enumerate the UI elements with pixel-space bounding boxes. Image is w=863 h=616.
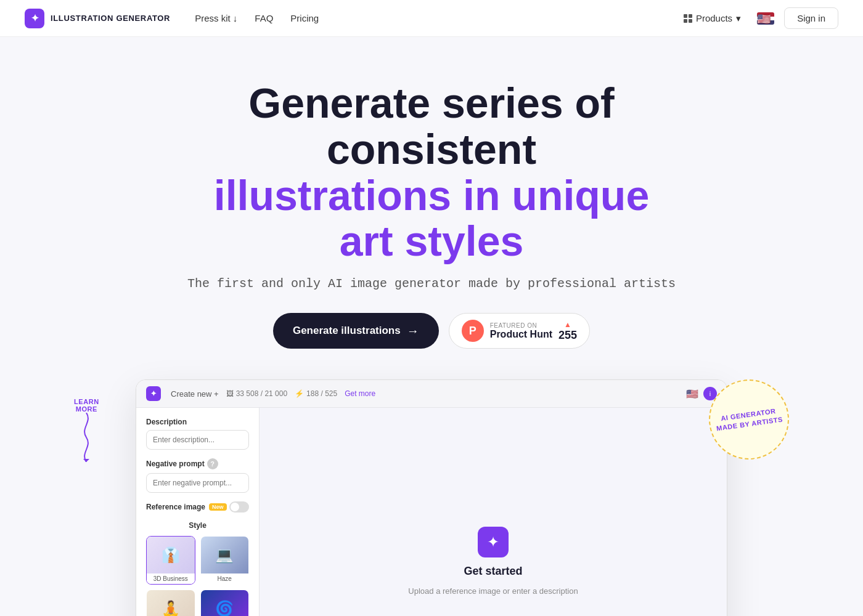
description-input[interactable] [146,430,249,450]
nav-right: Products ▾ 🇺🇸 Sign in [677,7,838,29]
app-body: Description Negative prompt ? Reference … [136,408,727,616]
description-label: Description [146,418,249,426]
app-logo-icon: ✦ [146,386,161,401]
spark-icon: ⚡ [295,389,304,398]
products-button[interactable]: Products ▾ [677,9,747,28]
hero-title: Generate series of consistent illustrati… [191,80,672,264]
style-3d-business-preview: 👔 [147,537,195,573]
nav-faq[interactable]: FAQ [255,13,273,23]
learn-more-text: LEARNMORE [74,398,99,413]
app-left-panel: Description Negative prompt ? Reference … [136,408,260,616]
learn-more-decoration: LEARNMORE [74,398,99,462]
logo-icon: ✦ [25,9,44,28]
app-topbar: ✦ Create new + 🖼 33 508 / 21 000 ⚡ 188 /… [136,380,727,408]
generate-illustrations-button[interactable]: Generate illustrations → [273,313,439,349]
product-hunt-badge[interactable]: P FEATURED ON Product Hunt ▲ 255 [449,313,590,349]
products-label: Products [696,13,732,23]
svg-marker-0 [83,459,89,462]
hero-section: Generate series of consistent illustrati… [0,37,863,616]
product-hunt-score: ▲ 255 [558,320,577,342]
chevron-down-icon: ▾ [736,13,741,24]
product-hunt-icon: P [462,320,484,342]
arrow-icon: → [407,324,419,338]
style-neon-preview: 🌀 [201,590,249,616]
app-stats-generations: ⚡ 188 / 525 [295,389,337,398]
get-started-icon: ✦ [478,527,509,557]
style-3d-business-label: 3D Business [147,573,195,584]
image-icon: 🖼 [226,389,234,398]
style-casual-preview: 🧘 [147,590,195,616]
zigzag-arrow-icon [80,413,92,462]
negative-prompt-label: Negative prompt ? [146,458,249,469]
app-screenshot: ✦ Create new + 🖼 33 508 / 21 000 ⚡ 188 /… [136,379,727,616]
hero-subtitle: The first and only AI image generator ma… [25,277,838,291]
signin-button[interactable]: Sign in [784,7,838,29]
style-haze-label: Haze [201,573,249,584]
nav-pricing[interactable]: Pricing [290,13,319,23]
style-grid: 👔 3D Business 💻 Haze 🧘 3D Casual life [146,536,249,616]
reference-image-label: Reference image New [146,503,227,511]
flag-icon[interactable]: 🇺🇸 [757,12,774,25]
app-wrapper: LEARNMORE AI GENERATOR MADE BY ARTISTS ✦… [123,379,740,616]
negative-prompt-info-icon: ? [207,458,218,469]
style-card-haze[interactable]: 💻 Haze [200,536,250,585]
app-right-panel: ✦ Get started Upload a reference image o… [260,408,727,616]
new-badge: New [209,503,227,511]
style-card-neon[interactable]: 🌀 Neon [200,590,250,616]
navbar: ✦ ILLUSTRATION GENERATOR Press kit ↓ FAQ… [0,0,863,37]
logo-text: ILLUSTRATION GENERATOR [51,14,170,23]
style-label: Style [146,521,249,530]
style-card-3d-business[interactable]: 👔 3D Business [146,536,195,585]
reference-image-toggle-row: Reference image New [146,501,249,513]
create-new-button[interactable]: Create new + [171,389,219,399]
get-started-description: Upload a reference image or enter a desc… [408,585,578,598]
app-flag-icon: 🇺🇸 [686,388,698,400]
product-hunt-info: FEATURED ON Product Hunt [490,322,552,340]
get-started-title: Get started [464,565,522,578]
app-topbar-right: 🇺🇸 i [686,387,717,400]
style-card-3d-casual[interactable]: 🧘 3D Casual life [146,590,195,616]
reference-image-toggle[interactable] [229,501,249,513]
logo[interactable]: ✦ ILLUSTRATION GENERATOR [25,9,170,28]
get-more-button[interactable]: Get more [345,389,375,398]
grid-icon [684,14,692,23]
style-haze-preview: 💻 [201,537,249,573]
cta-row: Generate illustrations → P FEATURED ON P… [25,313,838,349]
nav-press-kit[interactable]: Press kit ↓ [195,13,237,23]
negative-prompt-input[interactable] [146,473,249,493]
nav-links: Press kit ↓ FAQ Pricing [195,13,677,23]
app-topbar-actions: Create new + 🖼 33 508 / 21 000 ⚡ 188 / 5… [171,389,676,399]
upvote-arrow-icon: ▲ [564,320,571,329]
app-stats-images: 🖼 33 508 / 21 000 [226,389,287,398]
